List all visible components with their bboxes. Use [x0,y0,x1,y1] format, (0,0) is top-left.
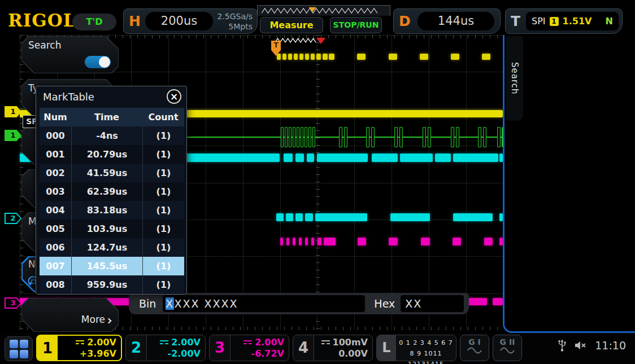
decode-pulses-segment [344,127,347,147]
search-marks-segment [420,54,428,60]
channel4-badge[interactable]: 4 100mV 0.00V [293,335,373,361]
more-button[interactable]: More [21,298,119,332]
trigger-type: SPI [532,16,546,27]
table-header: Num Time Count [40,108,184,126]
decode-pulses-segment [305,127,307,147]
delay-value: 144us [417,12,494,30]
delay-panel[interactable]: D 144us [393,8,501,34]
search-marks-segment [357,54,366,60]
bin-field[interactable]: XXXX XXXX [163,295,365,312]
table-row[interactable]: 008959.9us(1) [40,275,184,294]
dc-coupling-icon [243,340,252,345]
ch2-analog-segment [284,154,293,162]
decode-pulses-segment [285,127,288,147]
gen2-badge[interactable]: G II [493,335,522,361]
ch2-analog-segment [400,154,433,162]
table-row[interactable]: 00241.59us(1) [40,164,184,182]
decode-pulses-segment [289,127,292,147]
close-icon[interactable]: × [167,89,181,104]
t-label: T [511,13,520,29]
decode-pulses-segment [399,127,403,147]
decode-pulses-segment [497,127,501,147]
marktable-title: MarkTable [43,86,94,107]
search-toggle-button[interactable]: Search [21,36,119,73]
usb-icon [558,339,567,352]
table-row[interactable]: 006124.7us(1) [40,238,184,257]
spi-mosi-bursts-segment [286,238,289,245]
ch2-analog-segment [295,154,304,162]
timebase-value: 200us [145,12,213,30]
search-menu-panel: Search [503,35,635,333]
decode-pulses-segment [366,127,369,147]
search-toggle[interactable] [85,56,111,68]
trigger-panel[interactable]: T SPI 1 1.51V N [505,8,623,34]
spi-miso-bursts-segment [286,213,293,221]
search-marks-segment [305,54,309,60]
spi-mosi-bursts-segment [318,238,321,245]
spi-mosi-bursts-segment [421,238,430,245]
spi-mosi-bursts-segment [299,238,302,245]
horizontal-panel[interactable]: H 200us 2.5GSa/s5Mpts [123,8,258,34]
d-label: D [399,13,411,29]
ch3-marker[interactable]: 3 [5,297,21,309]
search-marks-segment [451,54,459,60]
ruler-center [316,35,320,330]
rigol-logo: RIGOL [8,10,76,30]
spi-mosi-bursts-segment [358,238,366,245]
speaker-muted-icon [575,340,587,351]
sine-icon [467,347,482,354]
decode-pulses-segment [293,127,295,147]
table-row[interactable]: 00362.39us(1) [40,182,184,201]
spi-mosi-bursts-segment [293,238,295,245]
search-marks-segment [294,54,298,60]
decode-pulses-segment [339,127,342,147]
spi-mosi-bursts-segment [311,238,314,245]
sample-rate: 2.5GSa/s5Mpts [217,11,253,32]
channel3-badge[interactable]: 3 2.00V -6.72V [209,335,289,361]
search-marks-segment [299,54,303,60]
gen1-badge[interactable]: G I [460,335,489,361]
search-position-marker[interactable] [316,38,325,44]
oscilloscope-screen: T 1 SPI 1 2 3 RIGOL T'D H 200us 2.5GSa/s… [0,0,635,364]
decode-pulses-segment [483,127,486,147]
logic-channels-badge[interactable]: L 0 1 2 3 4 5 6 7 8 9 1011 12131415 [376,335,456,361]
memory-position-bar[interactable] [257,5,390,16]
decode-pulses-segment [423,127,426,147]
decode-value-bar: Bin XXXX XXXX Hex XX [129,293,469,314]
spi-mosi-bursts-segment [324,238,336,245]
ch1-offset: +3.96V [80,348,116,359]
stop-run-button[interactable]: STOP/RUN [330,17,382,33]
bin-label: Bin [139,297,156,310]
spi-mosi-bursts-segment [453,238,461,245]
spi-miso-bursts-segment [315,213,367,221]
menu-grid-icon[interactable] [5,336,33,361]
table-row[interactable]: 007145.5us(1) [40,257,184,275]
measure-button[interactable]: Measure [260,17,323,33]
ch2-analog-segment [372,154,398,162]
table-row[interactable]: 00120.79us(1) [40,145,184,164]
spi-miso-bursts-segment [305,213,313,221]
decode-pulses-segment [456,127,459,147]
ch1-marker[interactable]: 1 [5,106,21,117]
channel1-badge[interactable]: 1 2.00V +3.96V [36,335,122,361]
ch2-analog-segment [307,154,314,162]
hex-label: Hex [374,297,395,310]
decode-pulses-segment [371,127,375,147]
decode-pulses-segment [428,127,431,147]
decode-pulses-segment [478,127,481,147]
menu-tab-search[interactable]: Search [506,36,523,121]
table-row[interactable]: 005103.9us(1) [40,220,184,238]
trigger-slope: N [606,16,613,27]
trigger-source-badge: 1 [550,17,559,26]
decode-pulses-segment [308,127,311,147]
marktable-table: Num Time Count 000-4ns(1) 00120.79us(1) … [40,108,184,294]
ch2-analog-segment [435,154,451,162]
channel2-badge[interactable]: 2 2.00V -2.00V [125,335,206,361]
table-row[interactable]: 00483.18us(1) [40,201,184,220]
hex-field[interactable]: XX [401,295,464,312]
spi-miso-bursts-segment [295,213,303,221]
ch3-analog-segment [468,298,487,305]
decode-marker[interactable]: 1 [5,130,21,141]
ch2-marker[interactable]: 2 [5,213,21,224]
table-row[interactable]: 000-4ns(1) [40,126,184,145]
